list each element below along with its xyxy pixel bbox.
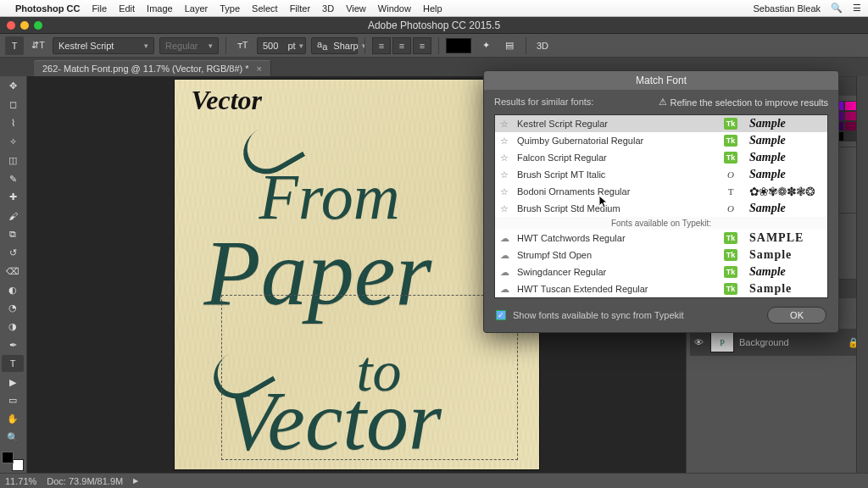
font-family-dropdown[interactable]: Kestrel Script▾ [53,37,154,54]
zoom-window-icon[interactable] [34,21,42,30]
favorite-star-icon[interactable]: ☆ [500,186,510,197]
align-right-icon[interactable]: ≡ [413,37,431,54]
history-brush-tool-icon[interactable]: ↺ [2,244,24,261]
layer-thumbnail[interactable]: P [710,332,734,352]
traffic-lights [7,21,42,30]
font-name: Falcon Script Regular [517,152,717,163]
document-tab[interactable]: 262- Match Font.png @ 11.7% (Vector, RGB… [34,60,271,76]
dialog-title: Match Font [484,71,838,90]
menu-image[interactable]: Image [147,3,173,14]
minimize-window-icon[interactable] [20,21,29,30]
font-result-row[interactable]: ☆Quimby Gubernatorial RegularTkSample [495,132,827,149]
font-name: Brush Script Std Medium [517,203,717,214]
window-title: Adobe Photoshop CC 2015.5 [368,19,500,31]
stamp-tool-icon[interactable]: ⧉ [2,226,24,243]
typekit-badge-icon: Tk [724,135,737,147]
doc-info-caret-icon[interactable]: ▶ [133,477,138,485]
pen-tool-icon[interactable]: ✒ [2,337,24,354]
type-tool-preset-icon[interactable]: T [5,36,24,55]
canvas-text-vector: Vector [225,372,442,469]
favorite-star-icon[interactable]: ☆ [500,136,510,147]
font-sample: Sample [744,265,822,279]
menu-window[interactable]: Window [378,3,411,14]
crop-tool-icon[interactable]: ◫ [2,152,24,169]
close-tab-icon[interactable]: × [257,64,262,74]
font-name: Swingdancer Regular [517,267,717,277]
close-window-icon[interactable] [7,21,15,30]
favorite-star-icon[interactable]: ☆ [500,119,510,130]
font-sample: Sample [744,134,822,147]
menu-file[interactable]: File [92,3,107,14]
align-center-icon[interactable]: ≡ [392,37,411,54]
menu-view[interactable]: View [346,3,366,14]
menu-select[interactable]: Select [252,3,278,14]
sync-typekit-checkbox[interactable]: ✓ [496,310,506,320]
hand-tool-icon[interactable]: ✋ [2,411,24,428]
lasso-tool-icon[interactable]: ⌇ [2,115,24,132]
text-align-group: ≡ ≡ ≡ [372,37,431,54]
blur-tool-icon[interactable]: ◔ [2,300,24,317]
menu-type[interactable]: Type [220,3,240,14]
text-color-swatch[interactable] [446,38,471,53]
cloud-sync-icon[interactable]: ☁ [500,233,510,244]
anti-alias-dropdown[interactable]: aa Sharp▾ [311,37,358,54]
character-panel-icon[interactable]: ▤ [500,36,519,55]
favorite-star-icon[interactable]: ☆ [500,169,510,180]
3d-button[interactable]: 3D [533,36,552,55]
zoom-level[interactable]: 11.71% [5,476,36,486]
refine-hint: Refine the selection to improve results [670,97,828,108]
doc-info[interactable]: Doc: 73.9M/81.9M [47,476,123,486]
favorite-star-icon[interactable]: ☆ [500,152,510,164]
menu-edit[interactable]: Edit [119,3,135,14]
window-titlebar: Adobe Photoshop CC 2015.5 [0,17,868,34]
font-result-row[interactable]: ☆Brush Script Std MediumOSample [495,200,827,217]
gradient-tool-icon[interactable]: ◐ [2,281,24,298]
path-select-tool-icon[interactable]: ▶ [2,374,24,391]
font-size-field[interactable]: 500 pt▾ [257,37,306,54]
results-label: Results for similar fonts: [494,97,593,108]
eraser-tool-icon[interactable]: ⌫ [2,263,24,280]
user-name[interactable]: Sebastian Bleak [754,3,821,14]
cloud-sync-icon[interactable]: ☁ [500,250,510,261]
warp-text-icon[interactable]: ✦ [476,36,495,55]
wand-tool-icon[interactable]: ✧ [2,133,24,150]
menu-layer[interactable]: Layer [185,3,209,14]
font-result-row[interactable]: ☆Brush Script MT ItalicOSample [495,166,827,183]
heal-tool-icon[interactable]: ✚ [2,189,24,206]
dodge-tool-icon[interactable]: ◑ [2,319,24,336]
font-result-row[interactable]: ☁HWT Tuscan Extended RegularTkSample [495,280,827,297]
cloud-sync-icon[interactable]: ☁ [500,267,510,278]
cloud-sync-icon[interactable]: ☁ [500,284,510,295]
font-sample: SAMPLE [744,231,822,245]
match-font-selection-box[interactable] [221,295,518,460]
font-style-dropdown[interactable]: Regular▾ [159,37,219,54]
menu-filter[interactable]: Filter [290,3,310,14]
spotlight-icon[interactable]: 🔍 [831,3,843,14]
visibility-icon[interactable]: 👁 [692,337,705,347]
menu-3d[interactable]: 3D [322,3,334,14]
font-name: Kestrel Script Regular [517,119,717,129]
font-result-row[interactable]: ☁Swingdancer RegularTkSample [495,263,827,280]
font-result-row[interactable]: ☁Strumpf Std OpenTkSample [495,247,827,263]
collapsed-panel-strip[interactable] [856,76,868,473]
font-result-row[interactable]: ☁HWT Catchwords RegularTkSAMPLE [495,230,827,247]
font-result-row[interactable]: ☆Bodoni Ornaments RegularT✿❀✾❁✽❃❂ [495,183,827,200]
menu-extras-icon[interactable]: ☰ [853,3,861,14]
menu-help[interactable]: Help [423,3,442,14]
marquee-tool-icon[interactable]: ◻ [2,97,24,114]
ok-button[interactable]: OK [767,307,826,324]
zoom-tool-icon[interactable]: 🔍 [2,430,24,446]
brush-tool-icon[interactable]: 🖌 [2,208,24,225]
move-tool-icon[interactable]: ✥ [2,78,24,95]
favorite-star-icon[interactable]: ☆ [500,203,510,214]
shape-tool-icon[interactable]: ▭ [2,392,24,409]
foreground-background-swatch[interactable] [2,452,24,471]
orientation-icon[interactable]: ⇵T [29,36,47,55]
eyedropper-tool-icon[interactable]: ✎ [2,170,24,187]
type-tool-icon[interactable]: T [2,355,24,372]
app-name[interactable]: Photoshop CC [15,3,80,14]
font-result-row[interactable]: ☆Falcon Script RegularTkSample [495,149,827,166]
font-result-row[interactable]: ☆Kestrel Script RegularTkSample [495,115,827,132]
align-left-icon[interactable]: ≡ [372,37,391,54]
font-sample: Sample [744,151,822,164]
